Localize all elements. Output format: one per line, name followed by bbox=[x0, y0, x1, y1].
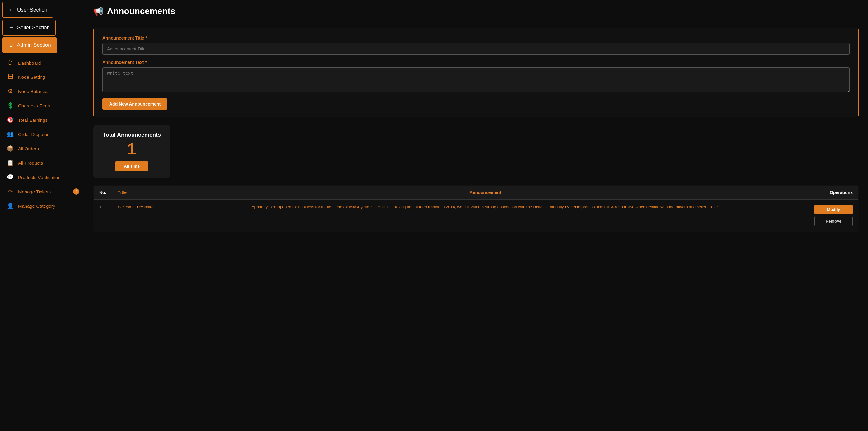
sidebar-item-dashboard[interactable]: ⏱ Dashboard bbox=[0, 56, 84, 70]
cell-announcement: Aphabay is re-opened for business for th… bbox=[162, 200, 809, 232]
sidebar-item-manage-category[interactable]: 👤 Manage Category bbox=[0, 199, 84, 213]
arrow-left-icon: ← bbox=[8, 24, 14, 31]
tickets-badge: 4 bbox=[73, 189, 79, 195]
announcements-header-icon: 📢 bbox=[93, 6, 103, 16]
page-title: Announcements bbox=[107, 6, 175, 16]
sidebar: ← User Section ← Seller Section 🖥 Admin … bbox=[0, 0, 84, 431]
sidebar-item-products-verification[interactable]: 💬 Products Verification bbox=[0, 170, 84, 184]
sidebar-sections: ← User Section ← Seller Section 🖥 Admin … bbox=[0, 0, 84, 55]
col-header-operations: Operations bbox=[809, 185, 859, 200]
charges-icon: 💲 bbox=[7, 102, 14, 109]
sidebar-admin-section[interactable]: 🖥 Admin Section bbox=[2, 37, 57, 53]
main-content: 📢 Announcements Announcement Title * Ann… bbox=[84, 0, 868, 431]
cell-no: 1. bbox=[94, 200, 112, 232]
announcements-table: No. Title Announcement Operations 1. Wel… bbox=[93, 185, 859, 232]
col-header-title: Title bbox=[112, 185, 162, 200]
category-icon: 👤 bbox=[7, 202, 14, 209]
stats-count: 1 bbox=[127, 141, 136, 157]
remove-button[interactable]: Remove bbox=[814, 216, 853, 226]
modify-button[interactable]: Modify bbox=[814, 205, 853, 214]
sidebar-item-total-earnings[interactable]: 🎯 Total Earnings bbox=[0, 113, 84, 127]
text-label: Announcement Text * bbox=[102, 60, 850, 65]
sidebar-item-manage-tickets[interactable]: ✏ Manage Tickets 4 bbox=[0, 184, 84, 199]
stats-title: Total Announcements bbox=[103, 132, 161, 138]
sidebar-item-node-setting[interactable]: 🎞 Node Setting bbox=[0, 70, 84, 84]
all-time-filter-button[interactable]: All Time bbox=[115, 161, 148, 171]
total-announcements-card: Total Announcements 1 All Time bbox=[93, 125, 170, 178]
verification-icon: 💬 bbox=[7, 174, 14, 181]
announcement-title-input[interactable] bbox=[102, 43, 850, 55]
announcement-form-card: Announcement Title * Announcement Text *… bbox=[93, 28, 859, 117]
arrow-left-icon: ← bbox=[8, 6, 14, 13]
sidebar-item-node-balances[interactable]: ⚙ Node Balances bbox=[0, 84, 84, 98]
earnings-icon: 🎯 bbox=[7, 116, 14, 123]
table-row: 1. Welcome, DeSnake. Aphabay is re-opene… bbox=[94, 200, 859, 232]
disputes-icon: 👥 bbox=[7, 131, 14, 138]
sidebar-item-charges-fees[interactable]: 💲 Charges / Fees bbox=[0, 98, 84, 113]
sidebar-seller-section[interactable]: ← Seller Section bbox=[2, 20, 56, 35]
announcement-text-input[interactable] bbox=[102, 67, 850, 92]
table-body: 1. Welcome, DeSnake. Aphabay is re-opene… bbox=[94, 200, 859, 232]
title-label: Announcement Title * bbox=[102, 35, 850, 40]
cell-title: Welcome, DeSnake. bbox=[112, 200, 162, 232]
add-announcement-button[interactable]: Add New Announcement bbox=[102, 98, 167, 110]
col-header-no: No. bbox=[94, 185, 112, 200]
col-header-announcement: Announcement bbox=[162, 185, 809, 200]
orders-icon: 📦 bbox=[7, 145, 14, 152]
dashboard-icon: ⏱ bbox=[7, 60, 14, 66]
node-setting-icon: 🎞 bbox=[7, 74, 14, 80]
cell-operations: Modify Remove bbox=[809, 200, 859, 232]
sidebar-nav: ⏱ Dashboard 🎞 Node Setting ⚙ Node Balanc… bbox=[0, 55, 84, 214]
admin-icon: 🖥 bbox=[8, 42, 14, 48]
table-header-row: No. Title Announcement Operations bbox=[94, 185, 859, 200]
tickets-icon: ✏ bbox=[7, 188, 14, 195]
sidebar-item-all-orders[interactable]: 📦 All Orders bbox=[0, 141, 84, 156]
header-divider bbox=[93, 21, 859, 21]
sidebar-user-section[interactable]: ← User Section bbox=[2, 2, 53, 18]
sidebar-item-order-disputes[interactable]: 👥 Order Disputes bbox=[0, 127, 84, 141]
page-header: 📢 Announcements bbox=[93, 6, 859, 16]
sidebar-item-all-products[interactable]: 📋 All Products bbox=[0, 156, 84, 170]
node-balances-icon: ⚙ bbox=[7, 88, 14, 95]
products-icon: 📋 bbox=[7, 160, 14, 166]
